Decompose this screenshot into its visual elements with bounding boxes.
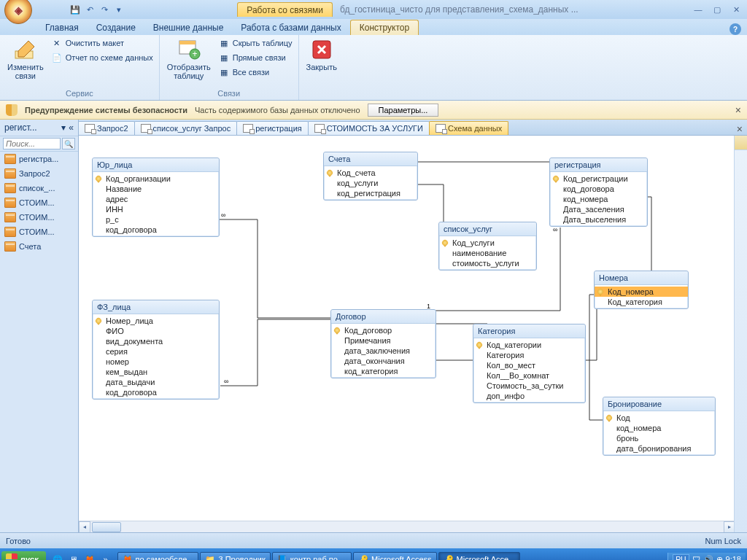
doc-tab-close-button[interactable]: × (732, 123, 747, 135)
table-field[interactable]: Код (603, 413, 715, 423)
security-close-button[interactable]: × (735, 104, 741, 116)
table-field[interactable]: код_номера (603, 423, 715, 433)
table-field[interactable]: Стоимость_за_сутки (473, 381, 585, 391)
table-field[interactable]: Код_организации (93, 174, 219, 184)
table-field[interactable]: бронь (603, 433, 715, 443)
nav-item[interactable]: СТОИМ... (0, 225, 78, 239)
start-button[interactable]: пуск (1, 551, 46, 560)
table-field[interactable]: Кол_во_мест (473, 360, 585, 370)
table-field[interactable]: Код_регистрации (550, 174, 647, 184)
table-spisok-uslug[interactable]: список_услугКод_услугинаименованиестоимо… (438, 222, 537, 271)
table-field[interactable]: наименование (439, 248, 536, 258)
table-field[interactable]: Номер_лица (93, 316, 219, 326)
table-bronirovanie[interactable]: БронированиеКодкод_номераброньдата_брони… (603, 397, 716, 456)
table-field[interactable]: Дата_заселения (550, 204, 647, 214)
doc-tab[interactable]: регистрация (236, 121, 309, 135)
undo-icon[interactable]: ↶ (83, 3, 96, 16)
scroll-left-button[interactable]: ◂ (79, 521, 90, 533)
table-field[interactable]: Код_договор (331, 325, 436, 335)
table-fz-lica[interactable]: ФЗ_лицаНомер_лицаФИОвид_документасерияно… (92, 300, 220, 400)
table-yur-lica[interactable]: Юр_лицаКод_организацииНазваниеадресИННр_… (92, 158, 220, 237)
direct-relations-button[interactable]: ▦Прямые связи (217, 51, 294, 64)
table-field[interactable]: р_с (93, 214, 219, 225)
tray-icon[interactable]: 🛡 (692, 555, 700, 560)
table-field[interactable]: Категория (473, 350, 585, 360)
nav-item[interactable]: Запрос2 (0, 166, 78, 181)
nav-item[interactable]: СТОИМ... (0, 195, 78, 210)
doc-tab-schema[interactable]: Схема данных (429, 121, 508, 135)
table-field[interactable]: дата_выдачи (93, 377, 219, 387)
table-field[interactable]: Кол__Во_комнат (473, 370, 585, 381)
tray-icon[interactable]: 🔊 (703, 555, 713, 561)
help-icon[interactable]: ? (729, 23, 741, 35)
table-field[interactable]: код_договора (550, 184, 647, 194)
table-field[interactable]: дата_заключения (331, 346, 436, 356)
language-indicator[interactable]: RU (673, 554, 689, 561)
doc-tab[interactable]: список_услуг Запрос (134, 121, 238, 135)
taskbar-task[interactable]: 📘контр.раб по ... (272, 552, 352, 561)
table-field[interactable]: Код_счета (324, 168, 417, 178)
tab-database-tools[interactable]: Работа с базами данных (232, 20, 349, 35)
table-field[interactable]: вид_документа (93, 336, 219, 346)
clock[interactable]: 9:18 (726, 555, 741, 560)
nav-item[interactable]: список_... (0, 181, 78, 195)
table-field[interactable]: код_категория (331, 366, 436, 376)
table-registracia[interactable]: регистрацияКод_регистрациикод_договорако… (549, 158, 648, 227)
taskbar-task[interactable]: 📁3 Проводник (200, 552, 270, 561)
ql-chevron-icon[interactable]: » (98, 551, 113, 560)
table-field[interactable]: код_регистрация (324, 188, 417, 198)
table-field[interactable]: дата_окончания (331, 356, 436, 366)
table-field[interactable]: доп_инфо (473, 391, 585, 401)
table-dogovor[interactable]: ДоговорКод_договорПримечаниядата_заключе… (330, 309, 436, 378)
edit-relations-button[interactable]: Изменить связи (4, 36, 47, 82)
table-field[interactable]: код_договора (93, 225, 219, 235)
tab-design[interactable]: Конструктор (350, 20, 419, 35)
nav-item[interactable]: регистра... (0, 152, 78, 166)
table-field[interactable]: Код_услуги (439, 238, 536, 248)
table-field[interactable]: серия (93, 346, 219, 357)
table-field[interactable]: ИНН (93, 204, 219, 214)
restore-button[interactable]: ▢ (709, 4, 725, 15)
table-field[interactable]: код_услуги (324, 178, 417, 188)
table-field[interactable]: Код_категории (473, 340, 585, 350)
redo-icon[interactable]: ↷ (98, 3, 111, 16)
tab-home[interactable]: Главная (36, 20, 88, 35)
table-field[interactable]: Примечания (331, 335, 436, 346)
hide-table-button[interactable]: ▦Скрыть таблицу (217, 36, 294, 50)
scroll-thumb[interactable] (92, 522, 121, 532)
tab-create[interactable]: Создание (88, 20, 144, 35)
table-kategoria[interactable]: КатегорияКод_категорииКатегорияКол_во_ме… (473, 324, 586, 403)
table-field[interactable]: адрес (93, 194, 219, 204)
tray-icon[interactable]: ⊕ (716, 555, 723, 561)
nav-search-go-button[interactable]: 🔍 (62, 138, 75, 149)
all-relations-button[interactable]: ▦Все связи (217, 66, 294, 79)
nav-collapse-icon[interactable]: « (69, 122, 74, 133)
table-field[interactable]: номер (93, 357, 219, 367)
tab-external[interactable]: Внешние данные (144, 20, 233, 35)
table-field[interactable]: код_номера (550, 194, 647, 204)
schema-report-button[interactable]: 📄Отчет по схеме данных (50, 51, 155, 64)
table-scheta[interactable]: СчетаКод_счетакод_услугикод_регистрация (323, 152, 418, 201)
show-table-button[interactable]: + Отобразить таблицу (164, 36, 214, 82)
table-field[interactable]: ФИО (93, 326, 219, 336)
table-field[interactable]: Код_категория (595, 297, 688, 307)
table-field[interactable]: дата_бронирования (603, 443, 715, 454)
nav-search-input[interactable] (3, 138, 61, 149)
qat-dropdown-icon[interactable]: ▾ (112, 3, 125, 16)
nav-item[interactable]: СТОИМ... (0, 210, 78, 225)
nav-header[interactable]: регист... ▾ « (0, 120, 78, 136)
table-field[interactable]: код_договора (93, 387, 219, 397)
doc-tab[interactable]: СТОИМОСТЬ ЗА УСЛУГИ (308, 121, 430, 135)
desktop-icon[interactable]: 🖥 (66, 551, 81, 560)
taskbar-task[interactable]: 🔑Microsoft Acce... (438, 552, 521, 561)
ie-icon[interactable]: 🌐 (50, 551, 65, 560)
close-design-button[interactable]: Закрыть (303, 36, 340, 73)
security-options-button[interactable]: Параметры... (368, 104, 439, 117)
table-field[interactable]: стоимость_услуги (439, 258, 536, 268)
table-field[interactable]: кем_выдан (93, 367, 219, 377)
horizontal-scrollbar[interactable]: ◂ ▸ (79, 521, 735, 532)
firefox-icon[interactable]: 🦊 (82, 551, 97, 560)
table-field[interactable]: Код_номера (595, 287, 688, 297)
taskbar-task[interactable]: 🔑Microsoft Access (353, 552, 437, 561)
doc-tab[interactable]: Запрос2 (78, 121, 135, 135)
